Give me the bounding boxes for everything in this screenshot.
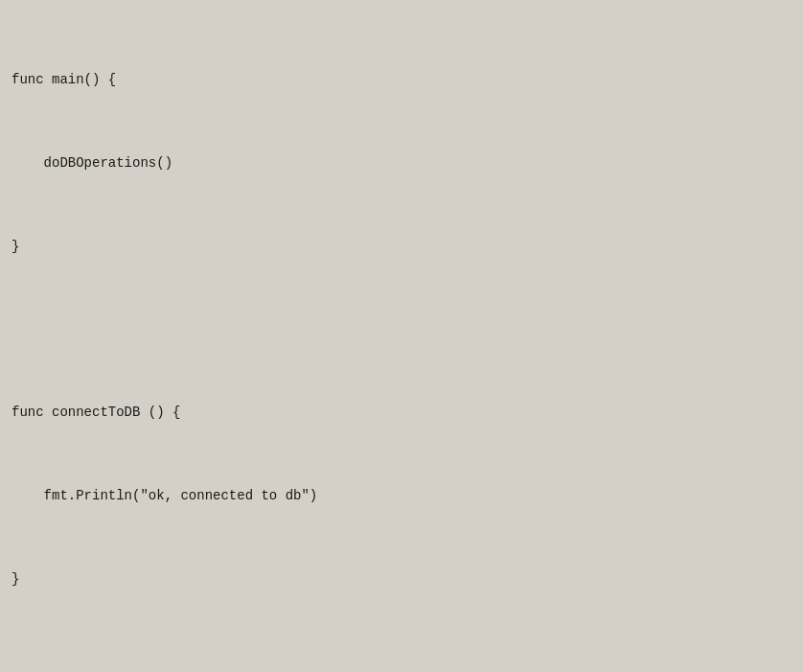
code-block: func main() { doDBOperations() } func co…	[0, 0, 803, 672]
code-line-3: }	[11, 237, 792, 258]
code-line-7: }	[11, 569, 792, 591]
code-line-5: func connectToDB () {	[11, 403, 792, 424]
code-line-1: func main() {	[11, 70, 792, 91]
code-line-2: doDBOperations()	[11, 153, 792, 174]
code-line-6: fmt.Println("ok, connected to db")	[11, 486, 792, 507]
code-line-4	[11, 319, 792, 340]
code-line-8	[11, 652, 792, 672]
